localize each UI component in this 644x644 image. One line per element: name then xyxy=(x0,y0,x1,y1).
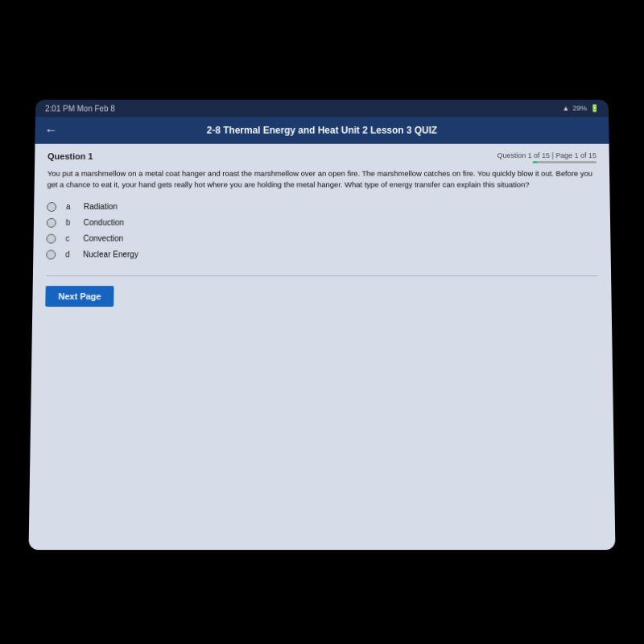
question-counter-container: Question 1 of 15 | Page 1 of 15 xyxy=(497,151,597,163)
nav-title: 2-8 Thermal Energy and Heat Unit 2 Lesso… xyxy=(207,125,437,136)
radio-b[interactable] xyxy=(47,217,56,227)
choice-item-d[interactable]: d Nuclear Energy xyxy=(46,250,598,259)
status-icons: ▲ 29% 🔋 xyxy=(562,105,599,113)
battery-text: 29% xyxy=(572,105,587,113)
choice-text-c: Convection xyxy=(83,234,123,243)
signal-icon: ▲ xyxy=(562,105,569,113)
radio-c[interactable] xyxy=(46,233,56,243)
choice-text-d: Nuclear Energy xyxy=(83,250,138,258)
back-button[interactable]: ← xyxy=(44,123,57,138)
battery-icon: 🔋 xyxy=(590,105,599,113)
nav-bar: ← 2-8 Thermal Energy and Heat Unit 2 Les… xyxy=(35,117,609,143)
progress-bar-fill xyxy=(533,161,538,163)
next-page-button[interactable]: Next Page xyxy=(45,286,114,307)
choice-text-a: Radiation xyxy=(84,202,118,211)
question-text: You put a marshmellow on a metal coat ha… xyxy=(47,168,597,191)
question-header: Question 1 Question 1 of 15 | Page 1 of … xyxy=(47,151,597,163)
radio-a[interactable] xyxy=(47,202,56,212)
choice-item-a[interactable]: a Radiation xyxy=(47,202,597,212)
status-bar: 2:01 PM Mon Feb 8 ▲ 29% 🔋 xyxy=(35,100,609,117)
choice-letter-d: d xyxy=(65,250,73,258)
choice-letter-c: c xyxy=(65,234,73,243)
choice-item-b[interactable]: b Conduction xyxy=(47,217,597,227)
question-label: Question 1 xyxy=(47,151,93,161)
choice-text-b: Conduction xyxy=(84,218,124,227)
status-time: 2:01 PM Mon Feb 8 xyxy=(45,104,115,113)
divider xyxy=(46,275,598,276)
tablet-screen: 2:01 PM Mon Feb 8 ▲ 29% 🔋 ← 2-8 Thermal … xyxy=(29,100,616,550)
choices-list: a Radiation b Conduction c Convection d … xyxy=(46,202,598,259)
question-counter: Question 1 of 15 | Page 1 of 15 xyxy=(497,151,597,159)
content-area: Question 1 Question 1 of 15 | Page 1 of … xyxy=(29,143,616,550)
choice-item-c[interactable]: c Convection xyxy=(46,233,597,243)
progress-bar-container xyxy=(533,161,597,163)
radio-d[interactable] xyxy=(46,250,56,259)
choice-letter-a: a xyxy=(66,202,74,211)
choice-letter-b: b xyxy=(66,218,74,227)
